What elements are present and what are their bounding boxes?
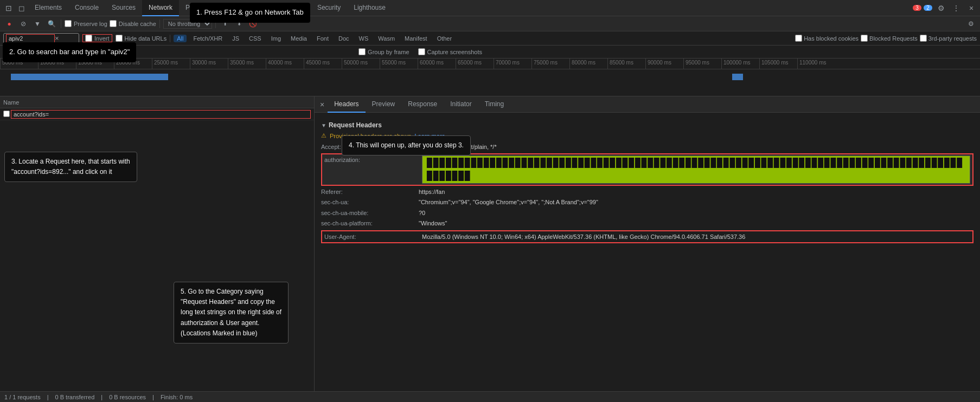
details-tab-preview[interactable]: Preview (366, 96, 402, 113)
timeline-bar-2 (11, 74, 16, 80)
has-blocked-cookies-label[interactable]: Has blocked cookies (795, 35, 859, 42)
preserve-log-toggle[interactable]: Preserve log (65, 20, 107, 27)
tick-110000: 110000 ms (797, 59, 835, 69)
filter-chip-font[interactable]: Font (313, 35, 332, 42)
tick-100000: 100000 ms (721, 59, 759, 69)
status-sep2: | (101, 394, 103, 400)
timeline-container: 5000 ms 10000 ms 15000 ms 20000 ms 25000… (0, 59, 980, 96)
toolbar-separator-2 (159, 20, 160, 28)
tick-30000: 30000 ms (190, 59, 228, 69)
status-sep3: | (152, 394, 154, 400)
group-by-frame-option[interactable]: Group by frame (358, 48, 409, 55)
tick-105000: 105000 ms (759, 59, 797, 69)
network-list-panel: Name account?ids= 3. Locate a Request he… (0, 96, 315, 391)
tick-40000: 40000 ms (266, 59, 304, 69)
tooltip-step2: 2. Go to search bar and type in "apiv2" (3, 42, 136, 62)
status-bar: 1 / 1 requests | 0 B transferred | 0 B r… (0, 391, 980, 402)
search-button[interactable]: 🔍 (46, 18, 57, 30)
timeline-ruler: 5000 ms 10000 ms 15000 ms 20000 ms 25000… (0, 59, 980, 69)
status-resources: 0 B resources (109, 394, 146, 400)
details-tab-timing[interactable]: Timing (478, 96, 511, 113)
options-row: Use large request rows Show overview Gro… (0, 46, 980, 59)
search-clear-button[interactable]: × (55, 35, 59, 42)
capture-screenshots-option[interactable]: Capture screenshots (418, 48, 483, 55)
header-name-sec-ch-ua-platform: sec-ch-ua-platform: (321, 219, 419, 228)
status-sep: | (47, 394, 49, 400)
filter-chip-js[interactable]: JS (229, 35, 242, 42)
header-name-sec-ch-ua: sec-ch-ua: (321, 198, 419, 207)
tab-sources[interactable]: Sources (105, 0, 142, 16)
tooltip-step1: 1. Press F12 & go on Network Tab (190, 3, 310, 23)
header-row-authorization: authorization: █████████████████████████… (321, 153, 973, 186)
tick-80000: 80000 ms (569, 59, 607, 69)
tick-65000: 65000 ms (456, 59, 494, 69)
filter-icon[interactable]: ▼ (31, 18, 43, 30)
details-tab-response[interactable]: Response (401, 96, 444, 113)
settings-network-button[interactable]: ⚙ (965, 18, 977, 30)
filter-chip-css[interactable]: CSS (246, 35, 265, 42)
timeline-bar-1 (16, 74, 168, 80)
close-icon[interactable]: × (965, 2, 978, 15)
filter-chip-manifest[interactable]: Manifest (401, 35, 431, 42)
network-toolbar: ● ⊘ ▼ 🔍 Preserve log Disable cache No th… (0, 16, 980, 31)
right-options-group: Group by frame Capture screenshots (358, 48, 482, 55)
network-list-header: Name (0, 96, 314, 108)
header-row-referer: Referer: https://fan (321, 187, 973, 197)
header-name-user-agent: User-Agent: (324, 232, 422, 242)
tab-console[interactable]: Console (68, 0, 105, 16)
has-blocked-options: Has blocked cookies Blocked Requests 3rd… (795, 35, 977, 42)
tick-60000: 60000 ms (418, 59, 456, 69)
filter-chip-ws[interactable]: WS (356, 35, 372, 42)
record-button[interactable]: ● (3, 18, 15, 30)
filter-chip-all[interactable]: All (174, 35, 187, 42)
third-party-requests-label[interactable]: 3rd-party requests (920, 35, 977, 42)
filter-chip-wasm[interactable]: Wasm (375, 35, 398, 42)
header-value-sec-ch-ua-platform: "Windows" (419, 219, 447, 228)
request-headers-section-title[interactable]: Request Headers (321, 121, 973, 129)
details-tab-headers[interactable]: Headers (328, 96, 365, 113)
network-row[interactable]: account?ids= (0, 108, 314, 120)
tick-70000: 70000 ms (494, 59, 531, 69)
filter-chip-media[interactable]: Media (287, 35, 310, 42)
tick-90000: 90000 ms (645, 59, 683, 69)
filter-chip-doc[interactable]: Doc (335, 35, 353, 42)
tick-55000: 55000 ms (380, 59, 418, 69)
disable-cache-toggle[interactable]: Disable cache (110, 20, 156, 27)
header-name-authorization: authorization: (324, 155, 422, 165)
hide-data-urls-toggle[interactable]: Hide data URLs (116, 35, 167, 42)
tick-45000: 45000 ms (304, 59, 342, 69)
tab-right-area: 3 2 ⚙ ⋮ × (913, 2, 978, 15)
empty-network-list-space (0, 120, 314, 283)
filter-chip-img[interactable]: Img (268, 35, 284, 42)
header-row-sec-ch-ua: sec-ch-ua: "Chromium";v="94", "Google Ch… (321, 198, 973, 207)
status-transferred: 0 B transferred (55, 394, 95, 400)
inspect-icon[interactable]: ◻ (15, 2, 28, 15)
tooltip-step4: 4. This will open up, after you do step … (342, 135, 471, 155)
filter-row: × Invert Hide data URLs All Fetch/XHR JS… (0, 31, 980, 46)
network-row-name: account?ids= (11, 110, 311, 119)
tick-85000: 85000 ms (607, 59, 645, 69)
tick-75000: 75000 ms (531, 59, 569, 69)
tab-network[interactable]: Network (142, 0, 179, 16)
filter-chip-fetchxhr[interactable]: Fetch/XHR (190, 35, 226, 42)
toolbar-separator-1 (61, 20, 61, 28)
header-value-referer: https://fan (419, 187, 445, 197)
tab-security[interactable]: Security (311, 0, 347, 16)
filter-chip-other[interactable]: Other (434, 35, 456, 42)
blocked-requests-label[interactable]: Blocked Requests (861, 35, 918, 42)
timeline-bar-3 (732, 74, 743, 80)
settings-icon[interactable]: ⚙ (934, 2, 947, 15)
tab-elements[interactable]: Elements (28, 0, 68, 16)
details-tab-initiator[interactable]: Initiator (444, 96, 478, 113)
invert-toggle[interactable]: Invert (82, 34, 112, 42)
cursor-icon[interactable]: ⊡ (2, 2, 15, 15)
tick-95000: 95000 ms (683, 59, 721, 69)
more-options-icon[interactable]: ⋮ (950, 2, 963, 15)
tab-lighthouse[interactable]: Lighthouse (347, 0, 392, 16)
tooltip-step5: 5. Go to the Category saying "Request He… (174, 282, 289, 343)
search-input[interactable] (6, 34, 55, 43)
network-row-checkbox (3, 111, 11, 118)
devtools-tab-bar: ⊡ ◻ Elements Console Sources Network Per… (0, 0, 980, 16)
details-close-button[interactable]: × (317, 100, 328, 109)
stop-button[interactable]: ⊘ (17, 18, 29, 30)
